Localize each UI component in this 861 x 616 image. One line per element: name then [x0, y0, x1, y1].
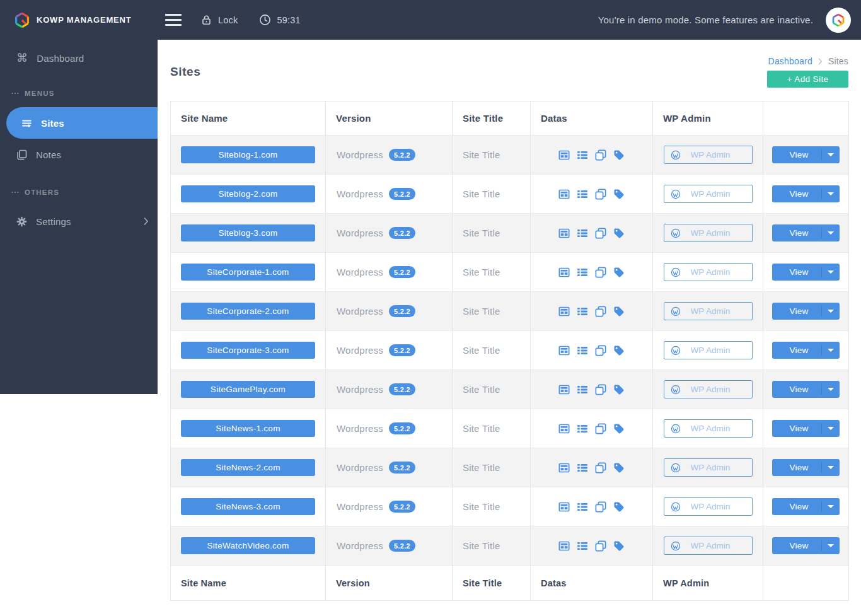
- sidebar-item-dashboard[interactable]: ⌘ Dashboard: [0, 45, 158, 71]
- site-name-button[interactable]: SiteNews-2.com: [181, 459, 315, 476]
- site-name-button[interactable]: Siteblog-3.com: [181, 224, 315, 241]
- view-button[interactable]: View: [772, 185, 840, 202]
- view-button[interactable]: View: [772, 420, 840, 437]
- clone-icon[interactable]: [595, 228, 606, 239]
- th-list-icon[interactable]: [577, 423, 588, 434]
- sidebar-item-sites[interactable]: Sites: [6, 107, 158, 139]
- view-button[interactable]: View: [772, 224, 840, 241]
- th-list-icon[interactable]: [577, 228, 588, 239]
- th-list-icon[interactable]: [577, 267, 588, 278]
- site-name-button[interactable]: SiteWatchVideo.com: [181, 537, 315, 554]
- clone-icon[interactable]: [595, 345, 606, 356]
- th-list-icon[interactable]: [577, 501, 588, 513]
- table-icon[interactable]: [558, 228, 570, 239]
- th-list-icon[interactable]: [577, 306, 588, 317]
- table-icon[interactable]: [558, 149, 570, 161]
- th-list-icon[interactable]: [577, 149, 588, 161]
- table-icon[interactable]: [558, 462, 570, 474]
- site-name-button[interactable]: SiteCorporate-3.com: [181, 342, 315, 359]
- site-name-button[interactable]: Siteblog-1.com: [181, 146, 315, 163]
- tag-icon[interactable]: [613, 501, 625, 513]
- wp-admin-button[interactable]: WP Admin: [664, 302, 753, 320]
- clone-icon[interactable]: [595, 462, 606, 474]
- table-icon[interactable]: [558, 267, 570, 278]
- th-list-icon[interactable]: [577, 189, 588, 200]
- th-list-icon[interactable]: [577, 384, 588, 395]
- site-name-button[interactable]: SiteGamePlay.com: [181, 381, 315, 398]
- clone-icon[interactable]: [595, 306, 606, 317]
- tag-icon[interactable]: [613, 423, 625, 434]
- view-button[interactable]: View: [772, 459, 840, 476]
- th-list-icon[interactable]: [577, 345, 588, 356]
- view-label: View: [789, 150, 808, 160]
- table-icon[interactable]: [558, 501, 570, 513]
- caret-down-icon: [828, 153, 834, 156]
- platform-label: Wordpress: [337, 501, 383, 512]
- wp-admin-button[interactable]: WP Admin: [664, 185, 753, 203]
- wp-admin-label: WP Admin: [691, 385, 731, 394]
- wordpress-icon: [671, 267, 681, 277]
- wp-admin-button[interactable]: WP Admin: [664, 341, 753, 359]
- view-button[interactable]: View: [772, 342, 840, 359]
- hamburger-menu-icon[interactable]: [165, 14, 182, 26]
- clone-icon[interactable]: [595, 501, 606, 513]
- view-button[interactable]: View: [772, 381, 840, 398]
- clone-icon[interactable]: [595, 423, 606, 434]
- brand[interactable]: KOWP MANAGEMENT: [0, 12, 158, 28]
- sidebar-item-label: Settings: [36, 216, 71, 227]
- site-name-button[interactable]: SiteCorporate-1.com: [181, 264, 315, 281]
- clone-icon[interactable]: [595, 189, 606, 200]
- wp-admin-button[interactable]: WP Admin: [664, 497, 753, 516]
- tag-icon[interactable]: [613, 149, 625, 161]
- sidebar-item-settings[interactable]: Settings: [0, 208, 158, 235]
- clone-icon[interactable]: [595, 540, 606, 552]
- main-content: Sites Dashboard Sites + Add Site Site Na…: [158, 0, 861, 601]
- tag-icon[interactable]: [613, 384, 625, 395]
- section-heading-label: MENUS: [25, 90, 55, 97]
- tag-icon[interactable]: [613, 228, 625, 239]
- lock-button[interactable]: Lock: [200, 14, 238, 26]
- table-icon[interactable]: [558, 345, 570, 356]
- view-label: View: [789, 385, 808, 394]
- th-list-icon[interactable]: [577, 540, 588, 552]
- th-list-icon[interactable]: [577, 462, 588, 474]
- view-button[interactable]: View: [772, 146, 840, 163]
- table-icon[interactable]: [558, 384, 570, 395]
- table-icon[interactable]: [558, 189, 570, 200]
- table-icon[interactable]: [558, 423, 570, 434]
- version-badge: 5.2.2: [389, 227, 415, 239]
- tag-icon[interactable]: [613, 306, 625, 317]
- wp-admin-label: WP Admin: [691, 424, 731, 433]
- sidebar-item-label: Notes: [36, 149, 61, 160]
- site-name-button[interactable]: SiteCorporate-2.com: [181, 303, 315, 320]
- site-name-button[interactable]: SiteNews-3.com: [181, 498, 315, 515]
- clone-icon[interactable]: [595, 384, 606, 395]
- view-button[interactable]: View: [772, 303, 840, 320]
- add-site-button[interactable]: + Add Site: [767, 71, 848, 88]
- wp-admin-button[interactable]: WP Admin: [664, 419, 753, 438]
- tag-icon[interactable]: [613, 462, 625, 474]
- breadcrumb-dashboard-link[interactable]: Dashboard: [768, 56, 812, 66]
- table-icon[interactable]: [558, 540, 570, 552]
- wp-admin-button[interactable]: WP Admin: [664, 146, 753, 164]
- site-name-button[interactable]: Siteblog-2.com: [181, 185, 315, 202]
- view-button[interactable]: View: [772, 264, 840, 281]
- site-name-button[interactable]: SiteNews-1.com: [181, 420, 315, 437]
- clone-icon[interactable]: [595, 267, 606, 278]
- tag-icon[interactable]: [613, 267, 625, 278]
- view-button[interactable]: View: [772, 498, 840, 515]
- wp-admin-button[interactable]: WP Admin: [664, 537, 753, 555]
- tag-icon[interactable]: [613, 345, 625, 356]
- wp-admin-button[interactable]: WP Admin: [664, 380, 753, 398]
- view-button[interactable]: View: [772, 537, 840, 554]
- wp-admin-button[interactable]: WP Admin: [664, 224, 753, 242]
- sidebar-item-notes[interactable]: Notes: [0, 139, 158, 170]
- wp-admin-button[interactable]: WP Admin: [664, 458, 753, 477]
- tag-icon[interactable]: [613, 189, 625, 200]
- table-icon[interactable]: [558, 306, 570, 317]
- avatar[interactable]: [826, 8, 851, 33]
- section-heading-label: OTHERS: [25, 189, 59, 196]
- clone-icon[interactable]: [595, 149, 606, 161]
- wp-admin-button[interactable]: WP Admin: [664, 263, 753, 281]
- tag-icon[interactable]: [613, 540, 625, 552]
